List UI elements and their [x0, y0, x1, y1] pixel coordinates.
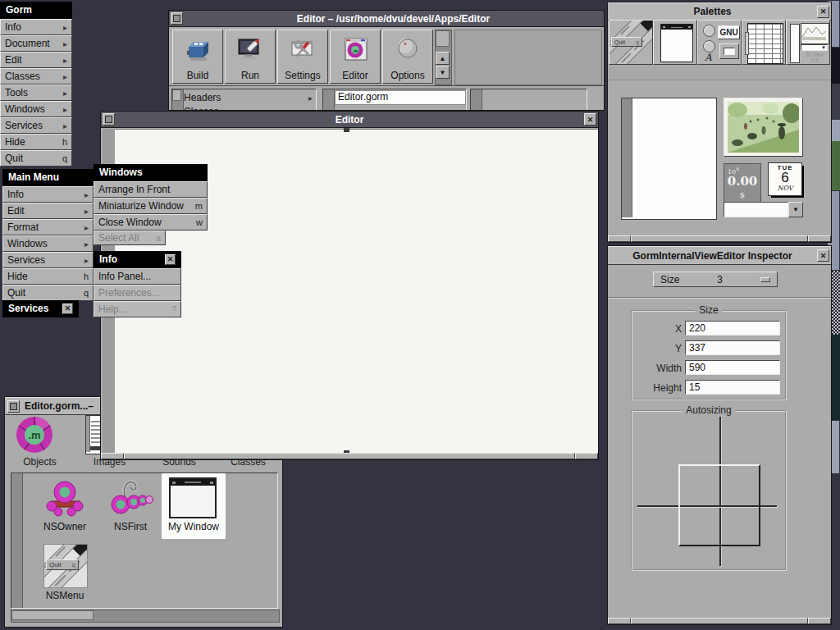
- controls-palette-button[interactable]: GNU A: [697, 20, 742, 65]
- menu-item-quit[interactable]: Quitq: [0, 150, 72, 167]
- windows-palette-button[interactable]: [653, 20, 697, 65]
- menu-item-format[interactable]: Format▸: [2, 219, 94, 235]
- menus-palette-button[interactable]: Quit q: [609, 20, 653, 65]
- menu-item-close-window[interactable]: Close Windoww: [94, 214, 208, 231]
- settings-button[interactable]: Settings: [277, 30, 328, 84]
- object-nsfirst[interactable]: NSFirst: [95, 477, 166, 537]
- misc-palette-button[interactable]: ▼ 31 Mar 0.0: [786, 20, 830, 65]
- menu-item-services[interactable]: Services▸: [2, 252, 94, 268]
- project-browser: Headers ▸ Classes Editor.gorm: [169, 88, 604, 110]
- scroll-up-button[interactable]: ▲: [436, 52, 450, 65]
- menu-item-services[interactable]: Services▸: [0, 117, 72, 134]
- palette-picture-frame[interactable]: [724, 98, 803, 157]
- gorm-menu-title[interactable]: Gorm: [0, 2, 72, 19]
- resize-bar[interactable]: [608, 618, 831, 624]
- calendar-cell[interactable]: TUE 6 NOV: [768, 162, 806, 199]
- currency-cell[interactable]: 106 0.00 $: [724, 163, 761, 203]
- menu-item-classes[interactable]: Classes▸: [0, 68, 72, 84]
- menu-item-quit[interactable]: Quitq: [2, 285, 94, 301]
- menu-item-info[interactable]: Info▸: [2, 186, 94, 203]
- size-group: Size X 220 Y 337 Width 590 Height 15: [631, 310, 787, 400]
- settings-label: Settings: [285, 70, 320, 81]
- resize-bar[interactable]: [608, 235, 831, 242]
- menu-item-miniaturize-window[interactable]: Miniaturize Windowm: [94, 198, 208, 214]
- scrollbar-thumb[interactable]: [436, 30, 450, 47]
- build-label: Build: [187, 70, 209, 81]
- data-palette-button[interactable]: [742, 20, 786, 65]
- combo-field[interactable]: [724, 202, 788, 217]
- project-titlebar[interactable]: Editor – /usr/home/dvu/devel/Apps/Editor: [169, 11, 604, 27]
- scroll-down-button[interactable]: ▼: [436, 66, 450, 79]
- close-button[interactable]: ✕: [165, 254, 176, 265]
- x-field[interactable]: 220: [685, 321, 780, 336]
- menu-item-edit[interactable]: Edit▸: [0, 52, 72, 68]
- menu-item-hide[interactable]: Hideh: [2, 268, 94, 285]
- textview-scrollbar[interactable]: [622, 98, 632, 217]
- menu-item-arrange-in-front[interactable]: Arrange In Front: [94, 181, 208, 198]
- main-menu: Main Menu Info▸ Edit▸ Format▸ Windows▸ S…: [2, 169, 94, 301]
- selection-handle[interactable]: [344, 128, 349, 132]
- canvas-titlebar[interactable]: Editor ✕: [101, 112, 598, 128]
- browser-row-editor-gorm[interactable]: Editor.gorm: [335, 90, 466, 105]
- miniaturize-button[interactable]: [171, 12, 183, 25]
- browser-row-classes[interactable]: Classes: [184, 106, 315, 110]
- toolbar-scrollbar[interactable]: ▲ ▼: [435, 30, 452, 85]
- nsfirst-icon: [107, 477, 153, 519]
- submenu-arrow-icon: ▸: [84, 190, 89, 199]
- inspector-titlebar[interactable]: GormInternalViewEditor Inspector ✕: [608, 246, 831, 265]
- browser-col1-scrollbar[interactable]: [172, 89, 184, 110]
- toolbar-divider: [169, 85, 604, 86]
- object-nsmenu[interactable]: Quit q NSMenu: [30, 542, 100, 603]
- miniaturize-icon: [105, 116, 112, 123]
- run-button[interactable]: Run: [225, 30, 276, 84]
- menu-item-hide[interactable]: Hideh: [0, 134, 72, 150]
- browser-col3-scrollbar[interactable]: [471, 89, 482, 110]
- options-button[interactable]: Options: [382, 30, 433, 84]
- close-button[interactable]: ✕: [817, 249, 829, 262]
- main-menu-title[interactable]: Main Menu: [2, 169, 94, 186]
- y-field[interactable]: 337: [685, 340, 780, 355]
- desktop: Editor – /usr/home/dvu/devel/Apps/Editor…: [0, 0, 840, 630]
- palette-textview[interactable]: [621, 98, 717, 220]
- objects-hscrollbar[interactable]: [11, 609, 280, 623]
- menu-item-windows[interactable]: Windows▸: [0, 101, 72, 117]
- menu-item-info[interactable]: Info▸: [0, 19, 72, 35]
- miniaturize-button[interactable]: [103, 113, 115, 126]
- menu-item-windows[interactable]: Windows▸: [2, 235, 94, 252]
- combo-button[interactable]: ▼: [788, 202, 803, 217]
- menu-item-edit[interactable]: Edit▸: [2, 203, 94, 219]
- info-submenu-title[interactable]: Info ✕: [94, 251, 181, 268]
- combo-box[interactable]: ▼: [724, 202, 803, 217]
- width-field[interactable]: 590: [685, 360, 780, 375]
- settings-icon: [278, 30, 327, 70]
- popup-knob-icon: [760, 277, 770, 282]
- inspector-popup[interactable]: Size 3: [653, 272, 778, 287]
- close-button[interactable]: ✕: [817, 6, 829, 18]
- tab-objects[interactable]: .m Objects: [5, 413, 75, 471]
- submenu-arrow-icon: ▸: [84, 240, 89, 249]
- menu-item-tools[interactable]: Tools▸: [0, 84, 72, 101]
- object-my-window[interactable]: My Window: [162, 473, 226, 539]
- menu-item-select-all[interactable]: Select Alla: [94, 231, 166, 245]
- menu-item-document[interactable]: Document▸: [0, 35, 72, 52]
- menu-item-help[interactable]: Help...?: [94, 301, 181, 317]
- imageview-icon: [801, 23, 829, 44]
- close-button[interactable]: ✕: [584, 113, 596, 126]
- submenu-arrow-icon: ▸: [84, 207, 89, 216]
- height-field[interactable]: 15: [685, 380, 780, 395]
- object-nsowner[interactable]: NSOwner: [30, 477, 100, 537]
- objects-vscrollbar[interactable]: [11, 473, 23, 608]
- menu-item-preferences[interactable]: Preferences...: [94, 285, 181, 301]
- services-panel-title[interactable]: Services ✕: [2, 300, 79, 317]
- palettes-titlebar[interactable]: Palettes ✕: [608, 2, 831, 21]
- autosizing-subview-box[interactable]: [678, 464, 760, 546]
- close-button[interactable]: ✕: [62, 304, 73, 314]
- browser-row-headers[interactable]: Headers ▸: [184, 90, 315, 105]
- windows-submenu-title[interactable]: Windows: [94, 164, 208, 181]
- miniaturize-button[interactable]: [7, 400, 20, 413]
- editor-button[interactable]: .m Editor: [330, 30, 381, 84]
- menu-item-info-panel[interactable]: Info Panel...: [94, 268, 181, 285]
- build-button[interactable]: Build: [172, 30, 223, 84]
- browser-col2-scrollbar[interactable]: [323, 89, 335, 110]
- resize-bar[interactable]: [101, 453, 598, 459]
